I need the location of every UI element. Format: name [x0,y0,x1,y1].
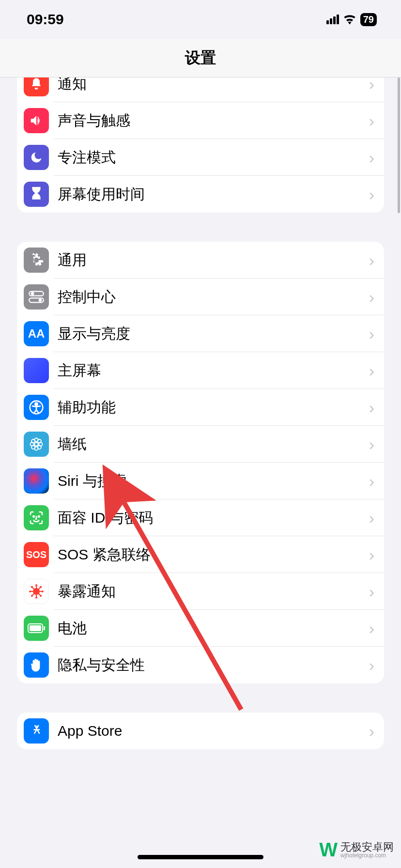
row-siri[interactable]: Siri 与搜索 › [17,463,384,499]
chevron-right-icon: › [369,435,374,454]
row-label: Siri 与搜索 [58,471,369,491]
row-notifications[interactable]: 通知 › [17,78,384,102]
row-battery[interactable]: 电池 › [17,610,384,647]
nav-header: 设置 [0,39,401,78]
row-focus[interactable]: 专注模式 › [17,139,384,176]
svg-point-6 [34,442,38,446]
settings-group-2: 通用 › 控制中心 › AA 显示与亮度 › 主屏幕 › 辅助功能 › 墙纸 › [17,242,384,683]
wifi-icon [343,14,356,25]
chevron-right-icon: › [369,251,374,270]
row-label: App Store [58,723,369,739]
status-indicators: 79 [326,13,377,26]
flower-icon [24,432,49,457]
row-wallpaper[interactable]: 墙纸 › [17,426,384,463]
watermark-logo-icon: W [319,839,338,861]
chevron-right-icon: › [369,148,374,167]
row-screen-time[interactable]: 屏幕使用时间 › [17,176,384,213]
row-label: 屏幕使用时间 [58,185,369,204]
siri-icon [24,468,49,494]
watermark-url: wjhotelgroup.com [340,852,394,858]
watermark: W 无极安卓网 wjhotelgroup.com [319,839,394,861]
row-label: 电池 [58,619,369,638]
chevron-right-icon: › [369,722,374,741]
row-general[interactable]: 通用 › [17,242,384,279]
text-size-icon: AA [24,321,49,346]
row-display[interactable]: AA 显示与亮度 › [17,315,384,352]
settings-content[interactable]: 通知 › 声音与触感 › 专注模式 › 屏幕使用时间 › 通用 › 控制中心 › [0,78,401,868]
home-grid-icon [24,358,49,383]
row-sos[interactable]: SOS SOS 紧急联络 › [17,536,384,573]
svg-point-5 [35,403,37,405]
row-accessibility[interactable]: 辅助功能 › [17,389,384,426]
row-label: 通用 [58,250,369,270]
scrollbar[interactable] [398,78,400,213]
watermark-text: 无极安卓网 [340,842,394,852]
chevron-right-icon: › [369,656,374,675]
battery-icon [24,616,49,641]
svg-point-16 [38,516,40,517]
face-id-icon [24,505,49,530]
row-label: 暴露通知 [58,582,369,602]
row-label: 控制中心 [58,287,369,307]
hand-icon [24,652,49,678]
chevron-right-icon: › [369,398,374,417]
row-label: 墙纸 [58,434,369,454]
row-label: 显示与亮度 [58,324,369,344]
chevron-right-icon: › [369,509,374,527]
home-indicator[interactable] [138,855,263,859]
settings-group-1: 通知 › 声音与触感 › 专注模式 › 屏幕使用时间 › [17,78,384,213]
row-label: 辅助功能 [58,398,369,418]
row-app-store[interactable]: App Store › [17,713,384,749]
svg-rect-27 [30,625,41,631]
switches-icon [24,284,49,310]
row-label: 声音与触感 [58,111,369,131]
chevron-right-icon: › [369,111,374,130]
svg-rect-28 [44,626,45,630]
accessibility-icon [24,395,49,420]
chevron-right-icon: › [369,582,374,601]
chevron-right-icon: › [369,78,374,93]
page-title: 设置 [185,47,216,69]
row-label: 面容 ID 与密码 [58,508,369,528]
hourglass-icon [24,182,49,207]
chevron-right-icon: › [369,545,374,564]
row-home-screen[interactable]: 主屏幕 › [17,352,384,389]
exposure-icon [24,579,49,604]
row-face-id[interactable]: 面容 ID 与密码 › [17,499,384,536]
chevron-right-icon: › [369,325,374,343]
settings-group-3: App Store › [17,713,384,749]
row-exposure[interactable]: 暴露通知 › [17,573,384,610]
row-label: 隐私与安全性 [58,655,369,675]
row-privacy[interactable]: 隐私与安全性 › [17,647,384,683]
battery-indicator: 79 [360,13,377,26]
status-time: 09:59 [27,11,64,28]
row-sounds[interactable]: 声音与触感 › [17,102,384,139]
bell-icon [24,78,49,96]
gear-icon [24,248,49,273]
chevron-right-icon: › [369,361,374,380]
cellular-signal-icon [326,15,339,24]
row-label: SOS 紧急联络 [58,545,369,565]
sos-icon: SOS [24,542,49,567]
status-bar: 09:59 79 [0,0,401,39]
moon-icon [24,145,49,170]
chevron-right-icon: › [369,185,374,204]
app-store-icon [24,718,49,744]
svg-point-3 [39,298,42,302]
chevron-right-icon: › [369,472,374,491]
chevron-right-icon: › [369,288,374,307]
svg-point-1 [31,292,34,295]
row-label: 通知 [58,78,369,94]
chevron-right-icon: › [369,619,374,638]
svg-point-15 [33,516,34,517]
speaker-icon [24,108,49,133]
row-control-center[interactable]: 控制中心 › [17,279,384,315]
row-label: 专注模式 [58,148,369,168]
row-label: 主屏幕 [58,361,369,381]
